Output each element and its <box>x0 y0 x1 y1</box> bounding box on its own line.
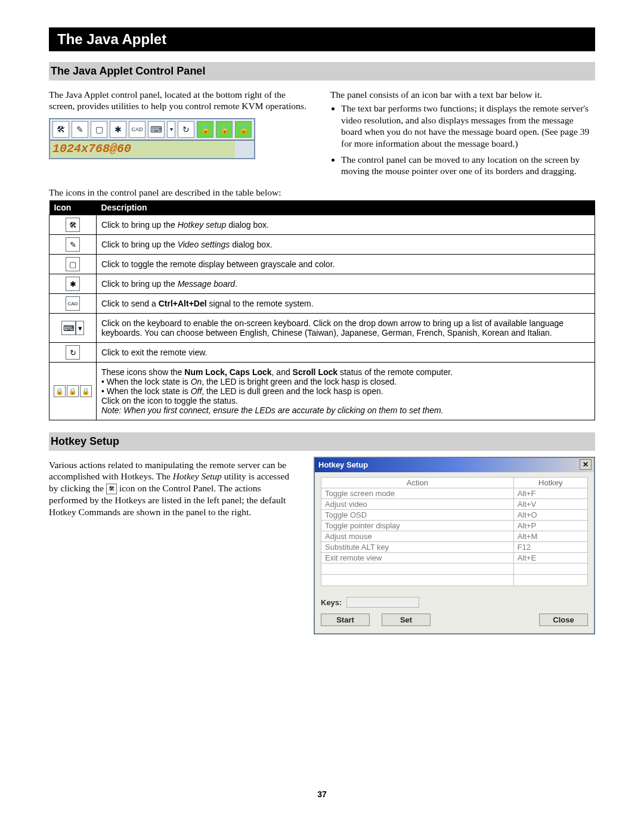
description-cell: Click to send a Ctrl+Alt+Del signal to t… <box>97 294 595 314</box>
icon-cell: 🛠 <box>49 215 97 235</box>
control-panel-toolbar: 🛠 ✎ ▢ ✱ CAD ⌨ ▾ ↻ 🔒 🔒 🔒 <box>50 119 254 141</box>
grayscale-toggle-icon: ▢ <box>91 121 107 138</box>
icon-cell: ✎ <box>49 235 97 255</box>
keys-input[interactable] <box>346 597 419 608</box>
bullet-text-bar: The text bar performs two functions; it … <box>341 103 595 149</box>
icon-cell: ⌨▾ <box>49 314 97 343</box>
set-button[interactable]: Set <box>382 614 431 626</box>
description-cell: Click to bring up the Hotkey setup dialo… <box>97 215 595 235</box>
hotkey-table: Action Hotkey Toggle screen modeAlt+FAdj… <box>321 477 588 586</box>
hotkey-setup-icon: 🛠 <box>52 121 69 138</box>
hotkey-paragraph: Various actions related to manipulating … <box>49 459 299 518</box>
hotkey-row[interactable]: Adjust videoAlt+V <box>321 499 588 510</box>
scroll-lock-icon: 🔒 <box>235 121 252 138</box>
table-icon: ✱ <box>66 277 80 291</box>
ctrl-alt-del-icon: CAD <box>129 121 145 138</box>
hotkey-row[interactable]: Adjust mouseAlt+M <box>321 531 588 542</box>
keys-label: Keys: <box>321 598 342 607</box>
section-heading-hotkey-setup: Hotkey Setup <box>49 432 595 451</box>
start-button[interactable]: Start <box>321 614 370 626</box>
table-lead-paragraph: The icons in the control panel are descr… <box>49 187 595 198</box>
description-cell: Click to bring up the Message board. <box>97 274 595 294</box>
page-number: 37 <box>49 789 595 799</box>
hotkey-key: Alt+P <box>513 521 587 531</box>
table-icon: ✎ <box>66 237 80 252</box>
description-cell: Click to bring up the Video settings dia… <box>97 235 595 255</box>
hotkey-action: Toggle OSD <box>321 510 514 521</box>
hotkey-action: Substitute ALT key <box>321 542 514 553</box>
hotkey-action: Adjust mouse <box>321 531 514 542</box>
hotkey-key: Alt+O <box>513 510 587 521</box>
intro-right-paragraph: The panel consists of an icon bar with a… <box>330 89 595 100</box>
hotkey-action: Exit remote view <box>321 553 514 563</box>
bullet-move-panel: The control panel can be moved to any lo… <box>341 154 595 177</box>
caps-lock-icon: 🔒 <box>216 121 233 138</box>
icon-cell: ✱ <box>49 274 97 294</box>
description-cell: Click to exit the remote view. <box>97 343 595 363</box>
lock-status-icon: 🔒 <box>54 385 66 397</box>
intro-left-paragraph: The Java Applet control panel, located a… <box>49 89 314 112</box>
icon-cell: ↻ <box>49 343 97 363</box>
hk-th-hotkey: Hotkey <box>513 478 587 488</box>
table-icon: ↻ <box>66 345 80 360</box>
hotkey-inline-icon: 🛠 <box>106 484 117 494</box>
description-cell: These icons show the Num Lock, Caps Lock… <box>97 363 595 420</box>
message-board-icon: ✱ <box>110 121 126 138</box>
hotkey-row[interactable]: Substitute ALT keyF12 <box>321 542 588 553</box>
section-heading-control-panel: The Java Applet Control Panel <box>49 62 595 80</box>
description-cell: Click on the keyboard to enable the on-s… <box>97 314 595 343</box>
hotkey-row[interactable]: Exit remote viewAlt+E <box>321 553 588 563</box>
table-icon: 🛠 <box>66 218 80 232</box>
video-settings-icon: ✎ <box>72 121 88 138</box>
icon-cell: CAD <box>49 294 97 314</box>
keyboard-dropdown-icon: ▾ <box>167 121 175 138</box>
table-icon: ▢ <box>66 257 80 271</box>
control-panel-mock: 🛠 ✎ ▢ ✱ CAD ⌨ ▾ ↻ 🔒 🔒 🔒 1024x768@60 <box>49 118 255 159</box>
exit-icon: ↻ <box>178 121 194 138</box>
keyboard-icon: ⌨ <box>148 121 165 138</box>
hotkey-window-title: Hotkey Setup <box>318 460 368 469</box>
hk-th-action: Action <box>321 478 514 488</box>
chevron-down-icon: ▾ <box>76 321 84 335</box>
hotkey-key: Alt+E <box>513 553 587 563</box>
hk-para-b: Hotkey Setup <box>173 471 222 481</box>
hotkey-action: Toggle screen mode <box>321 488 514 499</box>
intro-two-column: The Java Applet control panel, located a… <box>49 86 595 182</box>
hotkey-window-titlebar: Hotkey Setup ✕ <box>315 458 594 472</box>
hotkey-key: Alt+M <box>513 531 587 542</box>
hotkey-action: Toggle pointer display <box>321 521 514 531</box>
hotkey-setup-window: Hotkey Setup ✕ Action Hotkey Toggle scre… <box>314 457 595 634</box>
num-lock-icon: 🔒 <box>197 121 213 138</box>
th-icon: Icon <box>49 200 97 215</box>
close-icon[interactable]: ✕ <box>580 459 592 470</box>
icon-description-table: Icon Description 🛠Click to bring up the … <box>49 200 595 420</box>
close-button[interactable]: Close <box>539 614 588 626</box>
hotkey-key: Alt+F <box>513 488 587 499</box>
keyboard-icon: ⌨ <box>61 321 76 335</box>
lock-status-icon: 🔒 <box>67 385 79 397</box>
table-icon: CAD <box>66 296 80 311</box>
lock-status-icon: 🔒 <box>80 385 92 397</box>
hotkey-row[interactable]: Toggle OSDAlt+O <box>321 510 588 521</box>
hotkey-key: F12 <box>513 542 587 553</box>
th-description: Description <box>97 200 595 215</box>
description-cell: Click to toggle the remote display betwe… <box>97 255 595 274</box>
icon-cell: 🔒🔒🔒 <box>49 363 97 420</box>
hotkey-action: Adjust video <box>321 499 514 510</box>
page: The Java Applet The Java Applet Control … <box>0 0 644 823</box>
icon-cell: ▢ <box>49 255 97 274</box>
hotkey-row[interactable]: Toggle pointer displayAlt+P <box>321 521 588 531</box>
intro-right-bullets: The text bar performs two functions; it … <box>330 103 595 176</box>
hotkey-row[interactable]: Toggle screen modeAlt+F <box>321 488 588 499</box>
hotkey-key: Alt+V <box>513 499 587 510</box>
chapter-title: The Java Applet <box>49 27 595 51</box>
control-panel-status-text: 1024x768@60 <box>50 141 235 158</box>
